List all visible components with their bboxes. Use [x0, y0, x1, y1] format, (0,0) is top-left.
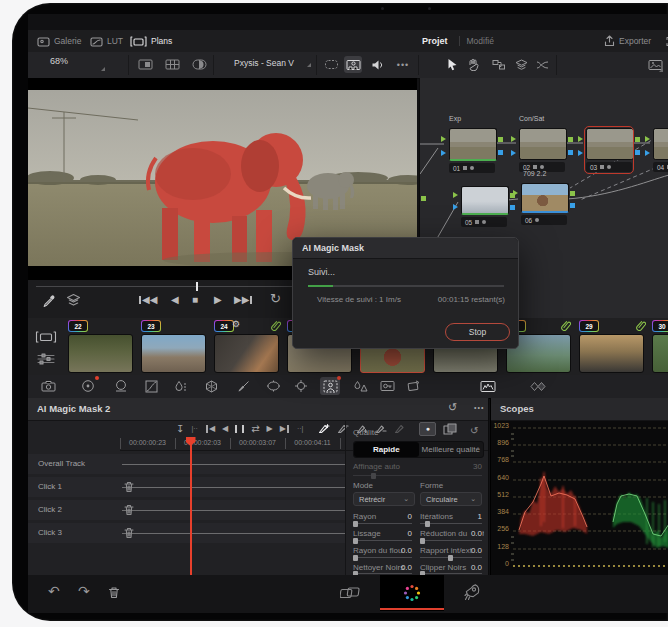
stop-tracking-button[interactable]: Stop: [445, 323, 510, 341]
keyer-icon[interactable]: [377, 377, 397, 395]
edit-page-icon[interactable]: [340, 586, 360, 600]
mask-timeline-playhead[interactable]: [190, 437, 192, 575]
tab-galerie[interactable]: Galerie: [37, 30, 81, 52]
node-2[interactable]: 02: [519, 128, 565, 172]
mode-dropdown[interactable]: Rétrécir⌄: [353, 492, 415, 506]
pause-tracking-button[interactable]: [235, 425, 244, 433]
stills-icon[interactable]: [646, 56, 664, 73]
quality-better-button[interactable]: Meilleure qualité: [419, 442, 484, 457]
track-to-playhead-icon[interactable]: ↧: [176, 424, 184, 434]
view-grid-icon[interactable]: [163, 56, 181, 73]
node-4[interactable]: 04: [653, 128, 668, 172]
power-window-icon[interactable]: [263, 377, 283, 395]
track-forward-button[interactable]: ▶: [267, 424, 273, 433]
track-row-click-3[interactable]: Click 3: [28, 523, 345, 543]
mixer-tool-icon[interactable]: [533, 56, 551, 73]
clip-22[interactable]: 22: [68, 318, 131, 375]
track-row-click-1[interactable]: Click 1: [28, 477, 345, 497]
scopes-header[interactable]: Scopes: [491, 398, 668, 421]
sizing-icon[interactable]: [403, 377, 423, 395]
tab-lut[interactable]: LUT: [90, 30, 123, 52]
camera-raw-icon[interactable]: [38, 377, 58, 395]
view-split-icon[interactable]: [190, 56, 208, 73]
node-3-selected[interactable]: 03: [586, 128, 632, 172]
clip-23[interactable]: 23: [141, 318, 204, 375]
panel-more-icon[interactable]: •••: [474, 404, 484, 411]
color-page-tab-active[interactable]: [380, 575, 444, 611]
play-button[interactable]: ▶: [214, 295, 222, 305]
param-slider[interactable]: [353, 523, 412, 524]
scopes-toggle-icon[interactable]: [478, 377, 498, 395]
undo-icon[interactable]: ↶: [48, 584, 60, 598]
auto-refine-slider[interactable]: [353, 475, 482, 476]
node-1-key-output-port[interactable]: [498, 150, 503, 155]
track-out-marker-icon[interactable]: ··|: [297, 425, 303, 432]
clip-29[interactable]: 29: [579, 318, 642, 375]
color-wheels-icon[interactable]: [78, 377, 98, 395]
track-row-click-2[interactable]: Click 2: [28, 500, 345, 520]
clip-24[interactable]: 24: [214, 318, 277, 375]
picker-icon[interactable]: [233, 377, 253, 395]
track-both-icon[interactable]: ⇄: [251, 424, 259, 434]
track-to-start-button[interactable]: ◀: [205, 424, 215, 433]
goto-first-frame-button[interactable]: ◀◀: [138, 295, 157, 305]
project-title[interactable]: Projet Modifié: [422, 30, 494, 52]
shape-dropdown[interactable]: Circulaire⌄: [420, 492, 482, 506]
reset-icon[interactable]: ↺: [448, 402, 457, 413]
grab-still-icon[interactable]: [344, 56, 362, 73]
rocket-icon[interactable]: [464, 583, 481, 601]
tracker-icon[interactable]: [291, 377, 311, 395]
param-slider[interactable]: [353, 573, 412, 574]
speaker-icon[interactable]: [369, 56, 387, 73]
track-reverse-button[interactable]: ◀: [222, 424, 228, 433]
stroke-add-pen-icon[interactable]: [318, 423, 330, 434]
node-tool-icon[interactable]: [490, 56, 508, 73]
view-single-icon[interactable]: [136, 56, 154, 73]
keyframes-icon[interactable]: [528, 377, 548, 395]
node-1-mask-input-port[interactable]: [441, 150, 446, 156]
timeline-rail-icon[interactable]: [36, 352, 56, 366]
loop-icon[interactable]: ↻: [270, 292, 281, 305]
param-slider[interactable]: [420, 523, 482, 524]
param-slider[interactable]: [353, 540, 412, 541]
node-1[interactable]: 01: [449, 128, 495, 173]
zoom-select[interactable]: 68%: [36, 56, 106, 72]
qualifier-icon[interactable]: [170, 377, 190, 395]
goto-last-frame-button[interactable]: ▶▶: [234, 295, 253, 305]
node-1-output-port[interactable]: [498, 137, 503, 142]
hdr-wheels-icon[interactable]: [111, 377, 131, 395]
source-port[interactable]: [421, 196, 426, 201]
node-6[interactable]: 06: [521, 183, 567, 225]
curves-icon[interactable]: [141, 377, 161, 395]
clip-30[interactable]: 30: [652, 318, 668, 375]
quality-fast-button[interactable]: Rapide: [354, 442, 419, 457]
play-reverse-button[interactable]: ◀: [171, 295, 179, 305]
tab-plans[interactable]: Plans: [130, 30, 172, 52]
blur-sharpen-icon[interactable]: [350, 377, 370, 395]
cursor-tool-icon[interactable]: [443, 56, 461, 73]
hand-tool-icon[interactable]: [464, 56, 482, 73]
eyedropper-icon[interactable]: [42, 294, 56, 308]
param-slider[interactable]: [420, 557, 482, 558]
magic-mask-icon[interactable]: [320, 377, 340, 395]
param-slider[interactable]: [353, 557, 412, 558]
dialog-titlebar[interactable]: AI Magic Mask: [293, 238, 518, 259]
viewer-more-icon[interactable]: •••: [394, 56, 412, 73]
viewer-playhead-tick[interactable]: [196, 282, 198, 291]
wipe-layers-icon[interactable]: [66, 293, 81, 308]
redo-icon[interactable]: ↷: [78, 584, 90, 598]
wipe-mode-icon[interactable]: [322, 56, 340, 73]
track-to-end-button[interactable]: ▶: [280, 424, 290, 433]
color-warper-icon[interactable]: [201, 377, 221, 395]
track-row-overall[interactable]: Overall Track: [28, 454, 345, 474]
track-in-marker-icon[interactable]: |··: [191, 425, 197, 432]
node-5[interactable]: 05: [461, 186, 507, 227]
stop-button[interactable]: ■: [192, 295, 198, 305]
param-slider[interactable]: [420, 573, 482, 574]
node-1-input-port[interactable]: [441, 136, 446, 142]
layers-tool-icon[interactable]: [512, 56, 530, 73]
trash-icon[interactable]: [108, 586, 120, 599]
clips-rail-icon[interactable]: [35, 330, 57, 344]
quality-reset-icon[interactable]: ↺: [470, 426, 478, 436]
clip-title-select[interactable]: Pxysis - Sean V: [216, 58, 312, 68]
